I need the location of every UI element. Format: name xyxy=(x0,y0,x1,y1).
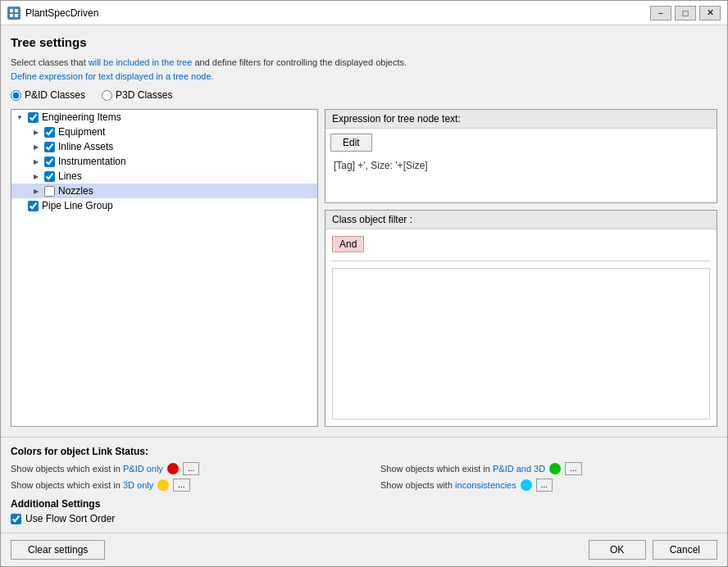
color-text-pid-and-3d: Show objects which exist in P&ID and 3D xyxy=(380,464,545,474)
color-item-3d-only: Show objects which exist in 3D only ... xyxy=(11,479,348,492)
cancel-button[interactable]: Cancel xyxy=(653,540,717,560)
color-row-2: Show objects which exist in 3D only ... … xyxy=(11,479,717,492)
tree-item-pipe-line-group[interactable]: Pipe Line Group xyxy=(11,198,317,213)
tree-toggle-nozzles[interactable] xyxy=(31,186,41,196)
svg-rect-0 xyxy=(10,9,13,12)
radio-pid-label: P&ID Classes xyxy=(25,89,85,101)
color-dot-inconsistencies xyxy=(521,479,532,491)
content-area: Tree settings Select classes that will b… xyxy=(1,25,727,437)
title-bar-controls: − □ ✕ xyxy=(650,6,721,20)
tree-item-instrumentation[interactable]: Instrumentation xyxy=(11,154,317,169)
description: Select classes that will be included in … xyxy=(11,56,717,83)
tree-toggle-pipe-line-group xyxy=(15,201,25,211)
tree-label-lines: Lines xyxy=(58,170,82,182)
tree-label-engineering-items: Engineering Items xyxy=(42,111,121,123)
app-icon xyxy=(7,7,20,20)
filter-header: Class object filter : xyxy=(325,211,717,229)
tree-item-lines[interactable]: Lines xyxy=(11,169,317,184)
tree-item-nozzles[interactable]: Nozzles xyxy=(11,184,317,198)
expression-header: Expression for tree node text: xyxy=(325,110,717,129)
color-rows: Show objects which exist in P&ID only ..… xyxy=(11,462,717,492)
edit-button[interactable]: Edit xyxy=(330,134,372,152)
bottom-section: Colors for object Link Status: Show obje… xyxy=(1,437,727,533)
color-text-3d-only: Show objects which exist in 3D only xyxy=(11,480,153,490)
expression-text: [Tag] +', Size: '+[Size] xyxy=(330,156,712,197)
tree-label-equipment: Equipment xyxy=(58,126,105,138)
additional-settings-title: Additional Settings xyxy=(11,498,717,510)
tree-checkbox-inline-assets[interactable] xyxy=(44,142,55,152)
ok-button[interactable]: OK xyxy=(589,540,646,560)
and-button[interactable]: And xyxy=(332,236,364,252)
color-item-pid-and-3d: Show objects which exist in P&ID and 3D … xyxy=(380,462,717,475)
right-panel: Expression for tree node text: Edit [Tag… xyxy=(325,109,717,427)
color-item-pid-only: Show objects which exist in P&ID only ..… xyxy=(11,462,348,475)
footer-right: OK Cancel xyxy=(589,540,717,560)
color-row-1: Show objects which exist in P&ID only ..… xyxy=(11,462,717,475)
color-dot-pid-and-3d xyxy=(549,463,561,474)
tree-toggle-lines[interactable] xyxy=(31,171,41,181)
maximize-button[interactable]: □ xyxy=(675,6,696,20)
radio-p3d-label: P3D Classes xyxy=(116,89,172,101)
tree-item-inline-assets[interactable]: Inline Assets xyxy=(11,139,317,154)
radio-group: P&ID Classes P3D Classes xyxy=(11,89,717,101)
tree-checkbox-nozzles[interactable] xyxy=(44,186,55,197)
footer-left: Clear settings xyxy=(11,540,105,560)
tree-checkbox-equipment[interactable] xyxy=(44,127,55,138)
color-dot-3d-only xyxy=(157,479,169,491)
filter-empty-area xyxy=(332,268,710,420)
tree-item-engineering-items[interactable]: Engineering Items xyxy=(11,110,317,125)
title-bar-text: PlantSpecDriven xyxy=(25,7,650,19)
filter-content: And xyxy=(325,229,717,426)
title-bar: PlantSpecDriven − □ ✕ xyxy=(1,1,727,25)
svg-rect-2 xyxy=(10,14,13,17)
color-item-inconsistencies: Show objects with inconsistencies ... xyxy=(380,479,717,492)
flow-sort-label: Use Flow Sort Order xyxy=(25,513,115,524)
dots-button-inconsistencies[interactable]: ... xyxy=(536,479,553,492)
main-window: PlantSpecDriven − □ ✕ Tree settings Sele… xyxy=(0,0,728,567)
tree-checkbox-pipe-line-group[interactable] xyxy=(28,201,39,211)
flow-sort-row: Use Flow Sort Order xyxy=(11,513,717,524)
svg-rect-3 xyxy=(15,14,18,17)
tree-label-nozzles: Nozzles xyxy=(58,185,93,197)
expression-box: Expression for tree node text: Edit [Tag… xyxy=(325,109,717,203)
color-text-inconsistencies: Show objects with inconsistencies xyxy=(380,480,516,490)
main-area: Engineering Items Equipment Inline Asset… xyxy=(11,109,717,427)
filter-box: Class object filter : And xyxy=(325,210,717,427)
radio-p3d-classes[interactable]: P3D Classes xyxy=(102,89,172,101)
description-line1: Select classes that will be included in … xyxy=(11,57,407,67)
tree-label-instrumentation: Instrumentation xyxy=(58,156,126,167)
radio-p3d-input[interactable] xyxy=(102,90,112,101)
tree-panel[interactable]: Engineering Items Equipment Inline Asset… xyxy=(11,109,318,427)
colors-title: Colors for object Link Status: xyxy=(11,446,717,457)
color-text-pid-only: Show objects which exist in P&ID only xyxy=(11,464,163,474)
flow-sort-checkbox[interactable] xyxy=(11,514,21,524)
minimize-button[interactable]: − xyxy=(650,6,671,20)
tree-item-equipment[interactable]: Equipment xyxy=(11,125,317,139)
radio-pid-input[interactable] xyxy=(11,90,21,101)
tree-label-inline-assets: Inline Assets xyxy=(58,141,113,152)
radio-pid-classes[interactable]: P&ID Classes xyxy=(11,89,85,101)
footer: Clear settings OK Cancel xyxy=(1,533,727,566)
tree-toggle-instrumentation[interactable] xyxy=(31,156,41,166)
color-dot-pid-only xyxy=(167,463,179,474)
description-link[interactable]: Define expression for text displayed in … xyxy=(11,71,214,81)
tree-checkbox-instrumentation[interactable] xyxy=(44,156,55,167)
close-button[interactable]: ✕ xyxy=(699,6,721,20)
tree-toggle-inline-assets[interactable] xyxy=(31,142,41,152)
expression-content: Edit [Tag] +', Size: '+[Size] xyxy=(325,129,717,202)
page-title: Tree settings xyxy=(11,35,717,49)
tree-toggle-equipment[interactable] xyxy=(31,127,41,137)
clear-settings-button[interactable]: Clear settings xyxy=(11,540,105,560)
dots-button-3d-only[interactable]: ... xyxy=(173,479,189,492)
tree-toggle-engineering-items[interactable] xyxy=(15,112,25,122)
dots-button-pid-only[interactable]: ... xyxy=(183,462,199,475)
tree-checkbox-engineering-items[interactable] xyxy=(28,112,39,123)
svg-rect-1 xyxy=(15,9,18,12)
tree-checkbox-lines[interactable] xyxy=(44,171,55,182)
tree-label-pipe-line-group: Pipe Line Group xyxy=(42,200,113,211)
dots-button-pid-and-3d[interactable]: ... xyxy=(565,462,581,475)
